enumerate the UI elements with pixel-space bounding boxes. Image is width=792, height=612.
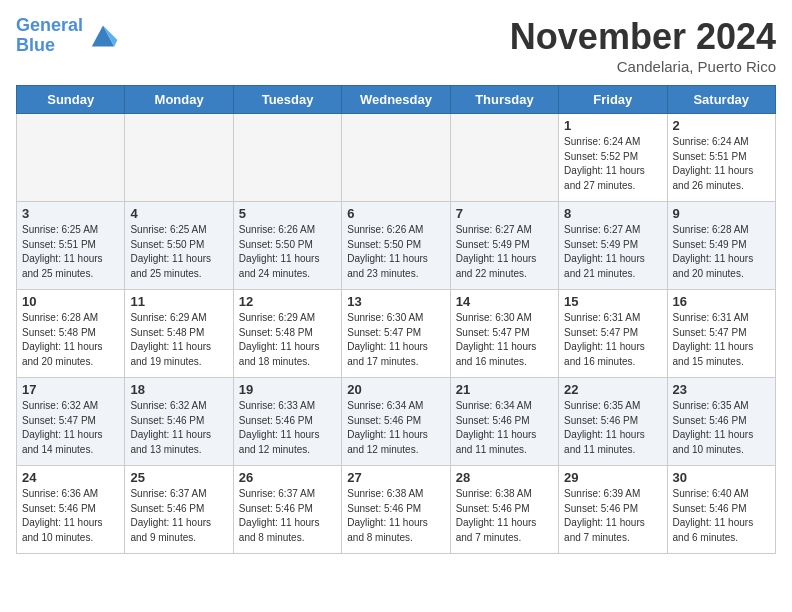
day-info: Sunrise: 6:25 AM Sunset: 5:51 PM Dayligh… [22, 223, 119, 281]
location-subtitle: Candelaria, Puerto Rico [510, 58, 776, 75]
calendar-cell: 25Sunrise: 6:37 AM Sunset: 5:46 PM Dayli… [125, 466, 233, 554]
calendar-cell: 19Sunrise: 6:33 AM Sunset: 5:46 PM Dayli… [233, 378, 341, 466]
day-number: 21 [456, 382, 553, 397]
calendar-cell: 1Sunrise: 6:24 AM Sunset: 5:52 PM Daylig… [559, 114, 667, 202]
day-info: Sunrise: 6:34 AM Sunset: 5:46 PM Dayligh… [347, 399, 444, 457]
calendar-cell: 21Sunrise: 6:34 AM Sunset: 5:46 PM Dayli… [450, 378, 558, 466]
weekday-header-saturday: Saturday [667, 86, 775, 114]
calendar-week-3: 10Sunrise: 6:28 AM Sunset: 5:48 PM Dayli… [17, 290, 776, 378]
page-header: General Blue November 2024 Candelaria, P… [16, 16, 776, 75]
logo-line1: General [16, 15, 83, 35]
logo-line2: Blue [16, 35, 55, 55]
calendar-week-4: 17Sunrise: 6:32 AM Sunset: 5:47 PM Dayli… [17, 378, 776, 466]
calendar-cell [17, 114, 125, 202]
calendar-cell: 22Sunrise: 6:35 AM Sunset: 5:46 PM Dayli… [559, 378, 667, 466]
day-info: Sunrise: 6:38 AM Sunset: 5:46 PM Dayligh… [347, 487, 444, 545]
day-number: 22 [564, 382, 661, 397]
day-number: 8 [564, 206, 661, 221]
day-info: Sunrise: 6:38 AM Sunset: 5:46 PM Dayligh… [456, 487, 553, 545]
day-number: 19 [239, 382, 336, 397]
calendar-cell: 18Sunrise: 6:32 AM Sunset: 5:46 PM Dayli… [125, 378, 233, 466]
day-info: Sunrise: 6:30 AM Sunset: 5:47 PM Dayligh… [347, 311, 444, 369]
weekday-header-thursday: Thursday [450, 86, 558, 114]
day-number: 17 [22, 382, 119, 397]
calendar-cell: 20Sunrise: 6:34 AM Sunset: 5:46 PM Dayli… [342, 378, 450, 466]
logo: General Blue [16, 16, 119, 56]
day-number: 13 [347, 294, 444, 309]
day-number: 27 [347, 470, 444, 485]
weekday-header-wednesday: Wednesday [342, 86, 450, 114]
day-info: Sunrise: 6:29 AM Sunset: 5:48 PM Dayligh… [239, 311, 336, 369]
day-number: 10 [22, 294, 119, 309]
day-number: 12 [239, 294, 336, 309]
calendar-cell: 5Sunrise: 6:26 AM Sunset: 5:50 PM Daylig… [233, 202, 341, 290]
logo-icon [87, 20, 119, 52]
day-info: Sunrise: 6:37 AM Sunset: 5:46 PM Dayligh… [130, 487, 227, 545]
day-number: 6 [347, 206, 444, 221]
calendar-cell: 28Sunrise: 6:38 AM Sunset: 5:46 PM Dayli… [450, 466, 558, 554]
calendar-cell: 17Sunrise: 6:32 AM Sunset: 5:47 PM Dayli… [17, 378, 125, 466]
calendar-week-5: 24Sunrise: 6:36 AM Sunset: 5:46 PM Dayli… [17, 466, 776, 554]
day-number: 28 [456, 470, 553, 485]
day-info: Sunrise: 6:27 AM Sunset: 5:49 PM Dayligh… [564, 223, 661, 281]
day-number: 9 [673, 206, 770, 221]
day-info: Sunrise: 6:29 AM Sunset: 5:48 PM Dayligh… [130, 311, 227, 369]
day-number: 18 [130, 382, 227, 397]
day-info: Sunrise: 6:27 AM Sunset: 5:49 PM Dayligh… [456, 223, 553, 281]
calendar-week-2: 3Sunrise: 6:25 AM Sunset: 5:51 PM Daylig… [17, 202, 776, 290]
logo-text: General Blue [16, 16, 83, 56]
day-number: 23 [673, 382, 770, 397]
calendar-cell: 30Sunrise: 6:40 AM Sunset: 5:46 PM Dayli… [667, 466, 775, 554]
calendar-header-row: SundayMondayTuesdayWednesdayThursdayFrid… [17, 86, 776, 114]
weekday-header-sunday: Sunday [17, 86, 125, 114]
day-info: Sunrise: 6:26 AM Sunset: 5:50 PM Dayligh… [347, 223, 444, 281]
day-number: 14 [456, 294, 553, 309]
day-info: Sunrise: 6:30 AM Sunset: 5:47 PM Dayligh… [456, 311, 553, 369]
weekday-header-monday: Monday [125, 86, 233, 114]
day-number: 5 [239, 206, 336, 221]
calendar-cell: 2Sunrise: 6:24 AM Sunset: 5:51 PM Daylig… [667, 114, 775, 202]
day-number: 24 [22, 470, 119, 485]
day-number: 7 [456, 206, 553, 221]
day-info: Sunrise: 6:28 AM Sunset: 5:48 PM Dayligh… [22, 311, 119, 369]
day-info: Sunrise: 6:28 AM Sunset: 5:49 PM Dayligh… [673, 223, 770, 281]
calendar-cell: 14Sunrise: 6:30 AM Sunset: 5:47 PM Dayli… [450, 290, 558, 378]
calendar-cell: 29Sunrise: 6:39 AM Sunset: 5:46 PM Dayli… [559, 466, 667, 554]
day-info: Sunrise: 6:25 AM Sunset: 5:50 PM Dayligh… [130, 223, 227, 281]
day-number: 3 [22, 206, 119, 221]
day-number: 25 [130, 470, 227, 485]
day-info: Sunrise: 6:33 AM Sunset: 5:46 PM Dayligh… [239, 399, 336, 457]
day-info: Sunrise: 6:36 AM Sunset: 5:46 PM Dayligh… [22, 487, 119, 545]
day-info: Sunrise: 6:24 AM Sunset: 5:51 PM Dayligh… [673, 135, 770, 193]
weekday-header-friday: Friday [559, 86, 667, 114]
calendar-cell: 4Sunrise: 6:25 AM Sunset: 5:50 PM Daylig… [125, 202, 233, 290]
day-info: Sunrise: 6:34 AM Sunset: 5:46 PM Dayligh… [456, 399, 553, 457]
calendar-cell: 9Sunrise: 6:28 AM Sunset: 5:49 PM Daylig… [667, 202, 775, 290]
day-number: 1 [564, 118, 661, 133]
calendar-cell: 24Sunrise: 6:36 AM Sunset: 5:46 PM Dayli… [17, 466, 125, 554]
day-info: Sunrise: 6:35 AM Sunset: 5:46 PM Dayligh… [564, 399, 661, 457]
day-number: 26 [239, 470, 336, 485]
calendar-week-1: 1Sunrise: 6:24 AM Sunset: 5:52 PM Daylig… [17, 114, 776, 202]
calendar-cell: 27Sunrise: 6:38 AM Sunset: 5:46 PM Dayli… [342, 466, 450, 554]
calendar-cell [233, 114, 341, 202]
calendar-cell: 3Sunrise: 6:25 AM Sunset: 5:51 PM Daylig… [17, 202, 125, 290]
calendar-cell: 16Sunrise: 6:31 AM Sunset: 5:47 PM Dayli… [667, 290, 775, 378]
day-number: 4 [130, 206, 227, 221]
calendar-cell [125, 114, 233, 202]
day-info: Sunrise: 6:40 AM Sunset: 5:46 PM Dayligh… [673, 487, 770, 545]
day-number: 16 [673, 294, 770, 309]
day-info: Sunrise: 6:32 AM Sunset: 5:46 PM Dayligh… [130, 399, 227, 457]
day-number: 11 [130, 294, 227, 309]
title-block: November 2024 Candelaria, Puerto Rico [510, 16, 776, 75]
day-number: 29 [564, 470, 661, 485]
day-number: 15 [564, 294, 661, 309]
day-number: 20 [347, 382, 444, 397]
calendar-cell [450, 114, 558, 202]
calendar-cell: 26Sunrise: 6:37 AM Sunset: 5:46 PM Dayli… [233, 466, 341, 554]
calendar-cell: 12Sunrise: 6:29 AM Sunset: 5:48 PM Dayli… [233, 290, 341, 378]
day-info: Sunrise: 6:37 AM Sunset: 5:46 PM Dayligh… [239, 487, 336, 545]
weekday-header-tuesday: Tuesday [233, 86, 341, 114]
calendar-cell: 10Sunrise: 6:28 AM Sunset: 5:48 PM Dayli… [17, 290, 125, 378]
calendar-cell: 8Sunrise: 6:27 AM Sunset: 5:49 PM Daylig… [559, 202, 667, 290]
